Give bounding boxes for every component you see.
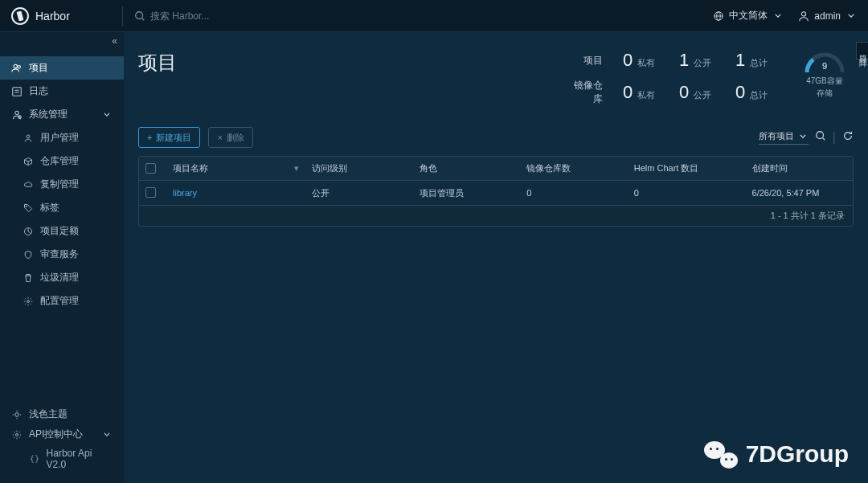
gauge-value: 9 <box>802 61 847 71</box>
x-icon: × <box>217 133 222 142</box>
sidebar-item-admin[interactable]: 系统管理 <box>0 103 124 126</box>
sidebar-theme[interactable]: 浅色主题 <box>11 404 113 424</box>
language-label: 中文简体 <box>729 9 768 23</box>
logo[interactable]: Harbor <box>11 7 111 25</box>
search[interactable] <box>134 10 713 22</box>
stat-tag: 私有 <box>637 89 655 101</box>
refresh-icon[interactable] <box>842 130 854 145</box>
select-all-checkbox[interactable] <box>145 163 156 174</box>
sidebar: « 项目 日志 系统管理 用户管理仓库管理复制管理标签项目定额审查服务垃圾清理配… <box>0 32 124 483</box>
quota-icon <box>23 226 34 237</box>
collapse-sidebar-icon[interactable]: « <box>112 35 117 47</box>
sidebar-item-gear[interactable]: 配置管理 <box>0 289 124 313</box>
sidebar-item-label: 配置管理 <box>40 294 79 308</box>
sidebar-item-label: API控制中心 <box>29 428 83 441</box>
side-tab-button[interactable]: 将口挂降 <box>856 42 868 59</box>
sidebar-item-tag[interactable]: 标签 <box>0 196 124 219</box>
user-icon <box>798 10 809 22</box>
language-selector[interactable]: 中文简体 <box>713 9 784 23</box>
brand-text: Harbor <box>35 10 70 23</box>
stat-row-label: 项目 <box>571 54 611 68</box>
sidebar-item-label: 浅色主题 <box>29 407 68 421</box>
sidebar-item-logs[interactable]: 日志 <box>0 80 124 103</box>
stat-tag: 总计 <box>750 89 768 101</box>
stats: 项目 0私有 1公开 1总计 镜像仓库 0私有 0公开 0总计 9 47GB容量… <box>571 50 854 106</box>
cell-repos: 0 <box>520 188 627 198</box>
stat-value: 0 <box>623 82 633 103</box>
svg-point-11 <box>15 111 18 114</box>
th-access[interactable]: 访问级别 <box>312 162 347 174</box>
search-input[interactable] <box>150 10 327 22</box>
sidebar-item-projects[interactable]: 项目 <box>0 56 124 80</box>
sidebar-item-shield[interactable]: 审查服务 <box>0 243 124 266</box>
user-menu[interactable]: admin <box>798 10 857 22</box>
shield-icon <box>23 249 34 260</box>
search-icon <box>134 10 145 22</box>
projects-table: 项目名称▾ 访问级别 角色 镜像仓库数 Helm Chart 数目 创建时间 l… <box>138 156 854 227</box>
sidebar-item-cloud[interactable]: 复制管理 <box>0 173 124 196</box>
divider <box>122 6 123 26</box>
harbor-logo-icon <box>11 7 29 25</box>
sidebar-item-label: Harbor Api V2.0 <box>47 448 113 470</box>
table-row[interactable]: library 公开 项目管理员 0 0 6/26/20, 5:47 PM <box>139 181 853 205</box>
svg-rect-8 <box>13 87 22 96</box>
sidebar-item-label: 仓库管理 <box>40 154 79 168</box>
sun-icon <box>11 409 23 420</box>
th-role[interactable]: 角色 <box>420 162 437 174</box>
main-content: 将口挂降 项目 项目 0私有 1公开 1总计 镜像仓库 0私有 0公开 0总计 <box>124 32 868 483</box>
button-label: 删除 <box>227 132 244 144</box>
table-header: 项目名称▾ 访问级别 角色 镜像仓库数 Helm Chart 数目 创建时间 <box>139 157 853 181</box>
svg-point-0 <box>136 11 143 18</box>
sidebar-item-cube[interactable]: 仓库管理 <box>0 149 124 173</box>
sidebar-item-users[interactable]: 用户管理 <box>0 126 124 149</box>
page-title: 项目 <box>138 50 177 76</box>
sidebar-item-label: 日志 <box>29 84 48 98</box>
th-repos[interactable]: 镜像仓库数 <box>526 162 571 174</box>
sidebar-item-label: 标签 <box>40 201 59 215</box>
gear-icon <box>11 429 23 440</box>
admin-icon <box>11 109 23 121</box>
project-filter-select[interactable]: 所有项目 <box>759 130 809 145</box>
cell-access: 公开 <box>305 187 412 199</box>
svg-point-14 <box>26 206 27 207</box>
cell-created: 6/26/20, 5:47 PM <box>746 188 853 198</box>
sidebar-footer: 浅色主题 API控制中心 Harbor Api V2.0 <box>0 398 124 483</box>
user-group-icon <box>11 63 23 74</box>
svg-point-7 <box>18 65 21 68</box>
page-header: 项目 项目 0私有 1公开 1总计 镜像仓库 0私有 0公开 0总计 9 <box>138 50 854 106</box>
table-footer: 1 - 1 共计 1 条记录 <box>139 205 853 226</box>
sidebar-item-label: 项目 <box>29 61 48 75</box>
globe-icon <box>713 10 724 22</box>
svg-point-16 <box>27 300 30 302</box>
sidebar-api[interactable]: API控制中心 <box>11 424 113 444</box>
svg-point-5 <box>802 11 806 15</box>
th-created[interactable]: 创建时间 <box>752 162 788 174</box>
chevron-down-icon <box>797 131 809 142</box>
sidebar-api-child[interactable]: Harbor Api V2.0 <box>11 444 113 473</box>
row-checkbox[interactable] <box>145 187 156 198</box>
search-button-icon[interactable] <box>815 130 826 145</box>
delete-button[interactable]: × 删除 <box>208 127 252 148</box>
sidebar-item-quota[interactable]: 项目定额 <box>0 219 124 243</box>
cube-icon <box>23 156 34 167</box>
button-label: 新建项目 <box>156 132 191 144</box>
chevron-down-icon <box>772 10 784 22</box>
stat-value: 0 <box>735 82 745 103</box>
sidebar-item-label: 系统管理 <box>29 108 68 121</box>
stat-value: 0 <box>679 82 689 103</box>
gauge-storage: 存储 <box>817 88 833 98</box>
svg-line-24 <box>822 138 825 141</box>
th-charts[interactable]: Helm Chart 数目 <box>634 162 699 174</box>
stat-value: 1 <box>735 50 745 71</box>
filter-label: 所有项目 <box>759 130 794 142</box>
filter-icon[interactable]: ▾ <box>294 163 299 174</box>
sidebar-item-label: 复制管理 <box>40 178 79 191</box>
stat-tag: 公开 <box>694 89 711 101</box>
chevron-down-icon <box>101 429 113 440</box>
new-project-button[interactable]: + 新建项目 <box>138 127 200 148</box>
project-link[interactable]: library <box>173 188 197 198</box>
th-name[interactable]: 项目名称 <box>173 162 208 174</box>
toolbar: + 新建项目 × 删除 所有项目 | <box>138 127 854 148</box>
sidebar-item-trash[interactable]: 垃圾清理 <box>0 266 124 289</box>
cell-role: 项目管理员 <box>413 187 520 199</box>
